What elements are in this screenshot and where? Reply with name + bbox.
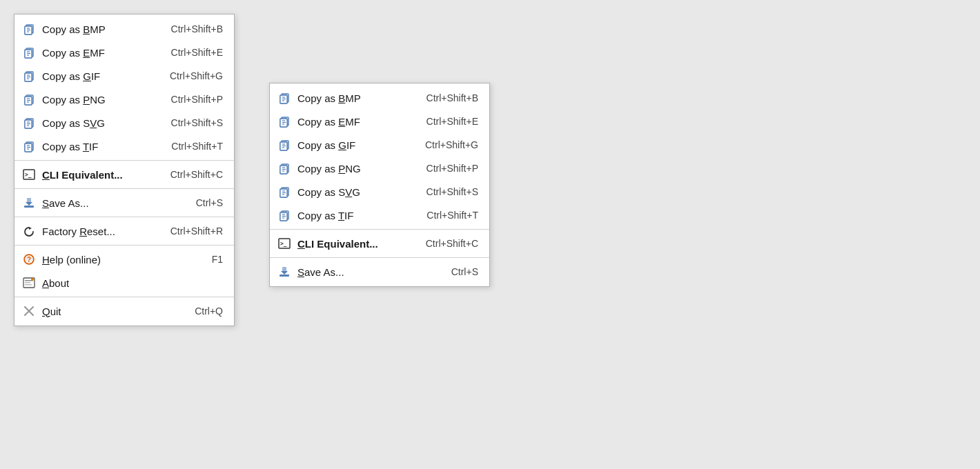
menu-shortcut-copy-emf2: Ctrl+Shift+E	[427, 116, 478, 127]
menu-item-label-quit: Quit	[42, 306, 167, 317]
reset-icon	[21, 223, 37, 239]
menu-shortcut-factory-reset: Ctrl+Shift+R	[170, 226, 223, 237]
menus-wrapper: Copy as BMPCtrl+Shift+B Copy as EMFCtrl+…	[7, 7, 497, 333]
svg-text:>_: >_	[25, 172, 32, 178]
menu-item-copy-bmp[interactable]: Copy as BMPCtrl+Shift+B	[14, 17, 234, 41]
menu-shortcut-cli-equiv: Ctrl+Shift+C	[170, 169, 223, 180]
menu-divider	[14, 245, 234, 246]
menu-shortcut-copy-bmp2: Ctrl+Shift+B	[427, 92, 478, 103]
menu-item-label-copy-bmp2: Copy as BMP	[297, 92, 399, 104]
menu-item-help[interactable]: ? Help (online)F1	[14, 248, 234, 271]
menu-shortcut-copy-bmp: Ctrl+Shift+B	[171, 23, 223, 34]
menu-item-quit[interactable]: QuitCtrl+Q	[14, 299, 234, 323]
menu-item-label-copy-tif: Copy as TIF	[42, 141, 144, 152]
menu-item-copy-bmp2[interactable]: Copy as BMPCtrl+Shift+B	[270, 86, 489, 110]
menu-shortcut-copy-svg2: Ctrl+Shift+S	[427, 186, 478, 197]
copy-icon	[21, 92, 37, 107]
menu-item-label-copy-svg2: Copy as SVG	[297, 186, 399, 198]
svg-rect-38	[24, 206, 34, 208]
save-icon	[21, 195, 37, 210]
menu-shortcut-copy-gif: Ctrl+Shift+G	[170, 70, 223, 81]
menu-shortcut-help: F1	[212, 254, 223, 265]
copy-icon	[277, 161, 292, 176]
menu-item-label-about: About	[42, 277, 223, 289]
menu-shortcut-copy-tif: Ctrl+Shift+T	[171, 141, 223, 152]
menu-divider	[14, 188, 234, 189]
copy-icon	[21, 45, 37, 60]
menu-item-copy-tif[interactable]: Copy as TIFCtrl+Shift+T	[14, 134, 234, 158]
menu-item-copy-svg2[interactable]: Copy as SVGCtrl+Shift+S	[270, 180, 489, 203]
menu-item-label-copy-gif2: Copy as GIF	[297, 139, 398, 151]
menu-item-label-copy-tif2: Copy as TIF	[297, 210, 399, 221]
menu-shortcut-save-as2: Ctrl+S	[451, 266, 478, 277]
menu-item-label-cli-equiv: CLI Equivalent...	[42, 169, 143, 181]
svg-marker-92	[281, 271, 288, 275]
copy-icon	[277, 114, 292, 129]
menu-item-copy-emf[interactable]: Copy as EMFCtrl+Shift+E	[14, 41, 234, 64]
menu-shortcut-copy-svg: Ctrl+Shift+S	[171, 117, 223, 128]
menu-item-copy-gif2[interactable]: Copy as GIFCtrl+Shift+G	[270, 133, 489, 157]
copy-icon	[277, 184, 292, 199]
menu-item-factory-reset[interactable]: Factory Reset...Ctrl+Shift+R	[14, 219, 234, 243]
copy-icon	[277, 137, 292, 152]
quit-icon	[21, 303, 37, 319]
copy-icon	[277, 208, 292, 223]
menu-shortcut-copy-png: Ctrl+Shift+P	[171, 94, 223, 105]
menu-item-copy-png[interactable]: Copy as PNGCtrl+Shift+P	[14, 88, 234, 111]
menu-item-copy-emf2[interactable]: Copy as EMFCtrl+Shift+E	[270, 110, 489, 133]
svg-text:>_: >_	[280, 241, 287, 247]
menu-shortcut-cli-equiv2: Ctrl+Shift+C	[426, 238, 478, 249]
menu-item-label-factory-reset: Factory Reset...	[42, 226, 143, 237]
copy-icon	[21, 115, 37, 130]
second-menu-wrapper: Copy as BMPCtrl+Shift+B Copy as EMFCtrl+…	[269, 83, 490, 287]
menu-item-cli-equiv2[interactable]: >_ CLI Equivalent...Ctrl+Shift+C	[270, 232, 489, 255]
menu-item-about[interactable]: About	[14, 271, 234, 295]
copy-icon	[277, 90, 292, 106]
menu-divider	[14, 217, 234, 217]
menu-item-label-help: Help (online)	[42, 254, 184, 266]
menu-item-save-as2[interactable]: Save As...Ctrl+S	[270, 260, 489, 283]
menu-item-save-as[interactable]: Save As...Ctrl+S	[14, 191, 234, 214]
save-icon	[277, 264, 292, 279]
context-menu-1: Copy as BMPCtrl+Shift+B Copy as EMFCtrl+…	[14, 14, 235, 326]
menu-item-label-copy-svg: Copy as SVG	[42, 117, 144, 129]
svg-marker-40	[26, 202, 32, 206]
menu-item-label-copy-emf2: Copy as EMF	[297, 116, 399, 128]
menu-shortcut-copy-tif2: Ctrl+Shift+T	[427, 210, 478, 221]
menu-divider	[14, 297, 234, 297]
menu-item-label-save-as2: Save As...	[297, 266, 424, 278]
about-icon	[21, 275, 37, 290]
menu-item-label-cli-equiv2: CLI Equivalent...	[297, 238, 398, 250]
menu-divider	[14, 160, 234, 161]
menu-divider	[270, 229, 489, 230]
menu-shortcut-quit: Ctrl+Q	[195, 306, 223, 317]
menu-item-label-save-as: Save As...	[42, 197, 168, 209]
menu-shortcut-save-as: Ctrl+S	[196, 197, 223, 208]
menu-item-label-copy-png: Copy as PNG	[42, 94, 144, 106]
help-icon: ?	[21, 252, 37, 267]
svg-point-49	[31, 278, 34, 281]
menu-item-copy-png2[interactable]: Copy as PNGCtrl+Shift+P	[270, 157, 489, 180]
menu-item-copy-tif2[interactable]: Copy as TIFCtrl+Shift+T	[270, 203, 489, 227]
svg-text:?: ?	[27, 256, 31, 263]
cli-icon: >_	[21, 167, 37, 182]
menu-item-label-copy-bmp: Copy as BMP	[42, 23, 144, 35]
menu-item-copy-gif[interactable]: Copy as GIFCtrl+Shift+G	[14, 64, 234, 88]
menu-shortcut-copy-emf: Ctrl+Shift+E	[171, 47, 223, 58]
menu-item-label-copy-emf: Copy as EMF	[42, 47, 144, 59]
cli-icon: >_	[277, 236, 292, 251]
menu-item-copy-svg[interactable]: Copy as SVGCtrl+Shift+S	[14, 111, 234, 134]
menu-shortcut-copy-gif2: Ctrl+Shift+G	[425, 139, 478, 150]
copy-icon	[21, 139, 37, 154]
copy-icon	[21, 68, 37, 83]
context-menu-2: Copy as BMPCtrl+Shift+B Copy as EMFCtrl+…	[269, 83, 490, 287]
svg-rect-48	[25, 284, 32, 286]
menu-item-cli-equiv[interactable]: >_ CLI Equivalent...Ctrl+Shift+C	[14, 163, 234, 186]
menu-shortcut-copy-png2: Ctrl+Shift+P	[427, 163, 478, 174]
menu-item-label-copy-gif: Copy as GIF	[42, 70, 142, 82]
svg-rect-90	[280, 275, 289, 277]
svg-rect-47	[25, 282, 30, 283]
menu-item-label-copy-png2: Copy as PNG	[297, 163, 399, 174]
copy-icon	[21, 21, 37, 37]
menu-divider	[270, 257, 489, 258]
